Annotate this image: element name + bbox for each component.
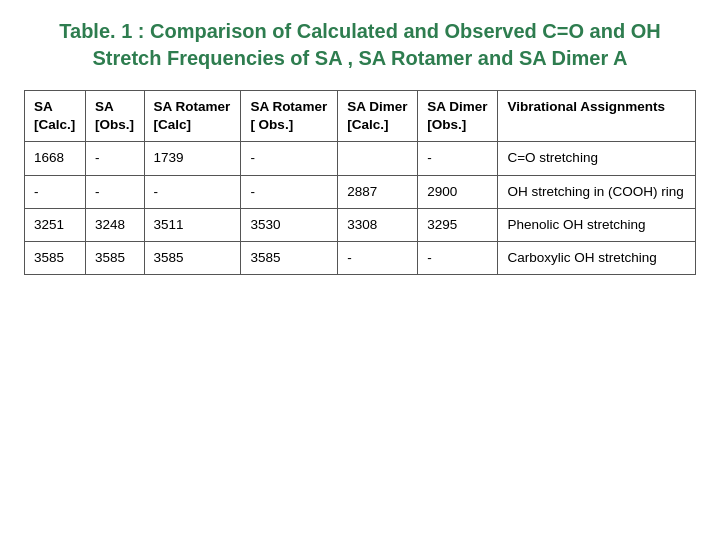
table-cell: 3585 (85, 242, 144, 275)
table-cell: - (241, 142, 338, 175)
table-cell: - (418, 242, 498, 275)
table-cell: Carboxylic OH stretching (498, 242, 696, 275)
table-cell: 1668 (25, 142, 86, 175)
table-cell: 3585 (144, 242, 241, 275)
table-cell: Phenolic OH stretching (498, 208, 696, 241)
comparison-table: SA [Calc.] SA [Obs.] SA Rotamer [Calc] S… (24, 90, 696, 275)
table-cell: C=O stretching (498, 142, 696, 175)
table-cell: 3251 (25, 208, 86, 241)
table-cell (338, 142, 418, 175)
col-header-rotamer-obs: SA Rotamer [ Obs.] (241, 91, 338, 142)
table-cell: 3585 (25, 242, 86, 275)
table-header-row: SA [Calc.] SA [Obs.] SA Rotamer [Calc] S… (25, 91, 696, 142)
table-cell: 3511 (144, 208, 241, 241)
table-row: ----28872900OH stretching in (COOH) ring (25, 175, 696, 208)
table-cell: 3530 (241, 208, 338, 241)
table-cell: - (241, 175, 338, 208)
col-header-sa-calc: SA [Calc.] (25, 91, 86, 142)
table-row: 3585358535853585--Carboxylic OH stretchi… (25, 242, 696, 275)
col-header-sa-obs: SA [Obs.] (85, 91, 144, 142)
col-header-vibrational: Vibrational Assignments (498, 91, 696, 142)
table-cell: - (338, 242, 418, 275)
table-cell: 1739 (144, 142, 241, 175)
col-header-rotamer-calc: SA Rotamer [Calc] (144, 91, 241, 142)
table-cell: 3308 (338, 208, 418, 241)
table-cell: - (144, 175, 241, 208)
col-header-dimer-obs: SA Dimer [Obs.] (418, 91, 498, 142)
table-cell: 3295 (418, 208, 498, 241)
table-cell: - (85, 142, 144, 175)
table-cell: 2887 (338, 175, 418, 208)
table-row: 325132483511353033083295Phenolic OH stre… (25, 208, 696, 241)
table-cell: 3248 (85, 208, 144, 241)
table-cell: - (85, 175, 144, 208)
table-cell: - (25, 175, 86, 208)
table-cell: - (418, 142, 498, 175)
col-header-dimer-calc: SA Dimer [Calc.] (338, 91, 418, 142)
table-row: 1668-1739--C=O stretching (25, 142, 696, 175)
table-cell: 3585 (241, 242, 338, 275)
table-cell: 2900 (418, 175, 498, 208)
page-title: Table. 1 : Comparison of Calculated and … (24, 18, 696, 72)
table-cell: OH stretching in (COOH) ring (498, 175, 696, 208)
